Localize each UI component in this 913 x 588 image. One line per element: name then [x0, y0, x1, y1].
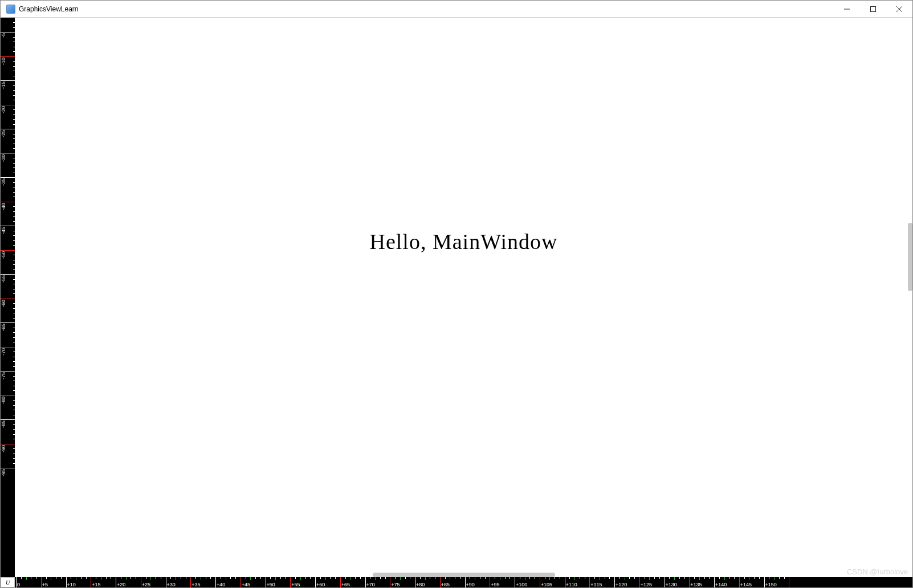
bottom-row: U 0+5+10+15+20+25+30+35+40+45+50+55+60+6…	[1, 577, 912, 587]
vruler-label: -80	[1, 397, 9, 404]
hruler-label: +130	[665, 582, 677, 587]
vruler-label: -15	[1, 81, 9, 89]
hruler-label: +50	[266, 582, 275, 587]
hruler-label: +85	[441, 582, 450, 587]
hruler-label: +55	[291, 582, 300, 587]
vruler-label: -50	[1, 251, 9, 259]
client-area: -5-10-15-20-25-30-35-40-45-50-55-60-65-7…	[1, 18, 912, 587]
title-bar[interactable]: GraphicsViewLearn	[1, 1, 912, 18]
hruler-label: +25	[141, 582, 150, 587]
vruler-label: -40	[1, 203, 9, 210]
hruler-label: +35	[191, 582, 200, 587]
hruler-label: +40	[216, 582, 225, 587]
ruler-corner[interactable]: U	[1, 577, 15, 587]
hruler-label: 0	[17, 582, 20, 587]
hruler-label: +45	[241, 582, 250, 587]
vruler-label: -60	[1, 300, 9, 307]
hruler-label: +105	[540, 582, 552, 587]
hruler-label: +140	[715, 582, 727, 587]
vruler-label: -90	[1, 445, 9, 452]
hruler-label: +30	[166, 582, 176, 587]
hruler-label: +15	[91, 582, 100, 587]
hruler-label: +100	[515, 582, 527, 587]
vruler-label: -5	[1, 33, 9, 38]
hruler-label: +60	[316, 582, 325, 587]
minimize-button[interactable]	[834, 1, 860, 17]
vruler-label: -85	[1, 420, 9, 428]
graphics-view[interactable]: Hello, MainWindow	[15, 18, 912, 577]
horizontal-scrollbar-thumb[interactable]	[373, 573, 555, 577]
hruler-label: +75	[390, 582, 400, 587]
hruler-label: +5	[42, 582, 48, 587]
canvas-text: Hello, MainWindow	[370, 229, 558, 254]
vruler-label: -75	[1, 372, 9, 379]
maximize-button[interactable]	[860, 1, 886, 17]
minimize-icon	[844, 6, 850, 12]
horizontal-ruler[interactable]: 0+5+10+15+20+25+30+35+40+45+50+55+60+65+…	[15, 577, 912, 587]
vruler-label: -35	[1, 178, 9, 186]
main-row: -5-10-15-20-25-30-35-40-45-50-55-60-65-7…	[1, 18, 912, 577]
hruler-label: +120	[615, 582, 627, 587]
hruler-label: +115	[590, 582, 602, 587]
maximize-icon	[870, 6, 876, 12]
vruler-label: -20	[1, 106, 9, 113]
hruler-label: +90	[466, 582, 475, 587]
vruler-label: -10	[1, 58, 9, 65]
vruler-label: -25	[1, 130, 9, 137]
vruler-label: -30	[1, 154, 9, 162]
vruler-label: -45	[1, 227, 9, 234]
close-button[interactable]	[886, 1, 912, 17]
vertical-ruler[interactable]: -5-10-15-20-25-30-35-40-45-50-55-60-65-7…	[1, 18, 15, 577]
close-icon	[896, 6, 902, 12]
corner-label: U	[6, 579, 10, 586]
app-icon	[6, 5, 15, 14]
hruler-label: +145	[740, 582, 752, 587]
vertical-scrollbar-thumb[interactable]	[908, 223, 912, 291]
hruler-label: +125	[640, 582, 652, 587]
hruler-label: +65	[341, 582, 350, 587]
vruler-label: -65	[1, 324, 9, 331]
hruler-label: +135	[690, 582, 702, 587]
window-title: GraphicsViewLearn	[19, 5, 79, 13]
hruler-label: +20	[116, 582, 125, 587]
hruler-label: +80	[415, 582, 425, 587]
hruler-label: +10	[67, 582, 76, 587]
vruler-label: -55	[1, 275, 9, 283]
app-window: GraphicsViewLearn -5-10-15-20-25-30-35-4…	[0, 0, 913, 588]
hruler-label: +110	[565, 582, 577, 587]
hruler-label: +95	[490, 582, 499, 587]
vruler-label: -70	[1, 348, 9, 356]
vruler-label: -95	[1, 469, 9, 476]
window-controls	[834, 1, 912, 17]
svg-rect-1	[871, 6, 876, 11]
hruler-label: +70	[366, 582, 375, 587]
hruler-label: +150	[765, 582, 777, 587]
